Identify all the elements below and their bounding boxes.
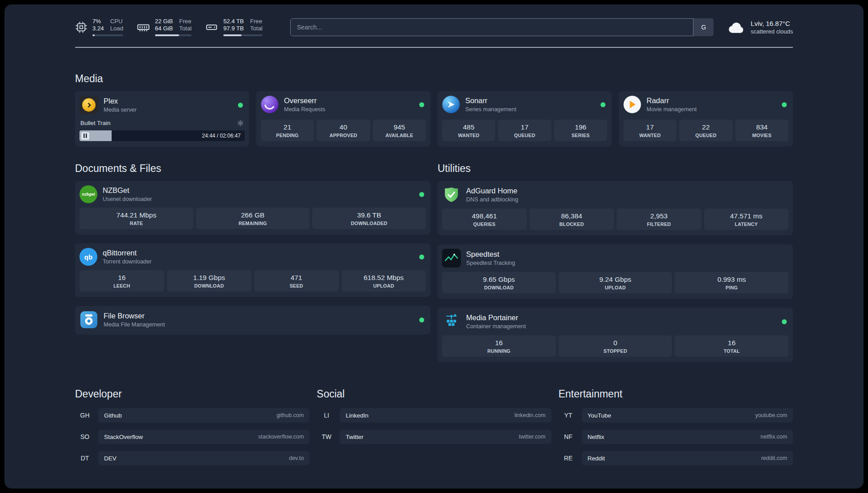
bookmark-abbr: LI (317, 412, 336, 419)
stat-label: PENDING (263, 133, 312, 138)
stat-label: PING (676, 285, 787, 290)
stat-available: 945 AVAILABLE (373, 120, 426, 141)
stat-value: 744.21 Mbps (81, 211, 192, 219)
search-provider-button[interactable]: G (693, 18, 714, 36)
bookmark-dev[interactable]: DT DEV dev.to (75, 451, 309, 465)
stat-value: 16 (444, 339, 554, 347)
bookmark-linkedin[interactable]: LI LinkedIn linkedin.com (317, 408, 551, 422)
search-input[interactable] (290, 18, 714, 36)
stat-seed: 471 SEED (254, 270, 339, 292)
bookmark-abbr: SO (75, 433, 95, 440)
service-subtitle: Container management (466, 323, 526, 330)
stat-label: BLOCKED (531, 221, 613, 227)
memory-progress-bar (155, 34, 192, 36)
service-card-portainer[interactable]: Media Portainer Container management 16 … (438, 308, 793, 362)
bookmark-github[interactable]: GH Github github.com (75, 408, 309, 422)
status-dot (419, 318, 424, 322)
speedtest-icon (442, 249, 461, 267)
stat-stopped: 0 STOPPED (559, 335, 672, 357)
bookmark-abbr: NF (559, 433, 578, 440)
stat-value: 0.993 ms (676, 276, 787, 284)
bookmark-url: reddit.com (761, 455, 787, 461)
service-card-plex[interactable]: Plex Media server Bullet Train (75, 91, 249, 146)
section-media: Media Plex Media server (75, 73, 793, 146)
stat-value: 834 (737, 123, 787, 131)
bookmark-twitter[interactable]: TW Twitter twitter.com (317, 430, 551, 444)
service-title: Overseerr (284, 96, 325, 105)
stat-value: 9.24 Gbps (560, 276, 671, 284)
bookmark-stackoverflow[interactable]: SO StackOverflow stackoverflow.com (75, 430, 309, 444)
status-dot (782, 319, 787, 324)
nzbget-icon: nzbget (79, 185, 97, 203)
lower-sections: Documents & Files nzbget NZBGet Usenet d… (75, 163, 793, 362)
service-card-overseerr[interactable]: Overseerr Media Requests 21 PENDING 40 A… (256, 91, 430, 146)
bookmark-url: youtube.com (755, 412, 787, 418)
service-subtitle: Usenet downloader (103, 196, 152, 202)
pause-icon[interactable] (81, 132, 89, 140)
bookmark-youtube[interactable]: YT YouTube youtube.com (559, 408, 793, 422)
stat-value: 47.571 ms (706, 212, 787, 220)
stat-label: FILTERED (618, 221, 700, 227)
stat-upload: 9.24 Gbps UPLOAD (559, 272, 672, 293)
stat-value: 471 (256, 274, 337, 282)
service-card-sonarr[interactable]: Sonarr Series management 485 WANTED 17 Q… (438, 91, 612, 146)
status-dot (238, 103, 243, 108)
stat-latency: 47.571 ms LATENCY (704, 209, 789, 230)
memory-free-value: 22 GiB (155, 18, 173, 25)
stat-value: 40 (318, 123, 368, 131)
stat-label: QUERIES (444, 221, 525, 227)
service-card-nzbget[interactable]: nzbget NZBGet Usenet downloader 744.21 M… (75, 181, 430, 234)
service-card-filebrowser[interactable]: File Browser Media File Management (75, 306, 430, 334)
service-title: Media Portainer (466, 313, 526, 322)
cpu-load-value: 3.24 (92, 25, 104, 32)
dashboard-panel: 7% CPU 3.24 Load 22 GiB Free 64 GiB Tota… (4, 4, 864, 489)
bookmark-name: Github (104, 412, 122, 419)
stat-approved: 40 APPROVED (317, 120, 370, 141)
sonarr-icon (442, 96, 460, 113)
stat-value: 0 (560, 339, 671, 347)
bookmark-group-entertainment: Entertainment YT YouTube youtube.com NF … (559, 388, 793, 472)
service-card-radarr[interactable]: Radarr Movie management 17 WANTED 22 QUE… (619, 91, 793, 146)
resource-widget-cpu: 7% CPU 3.24 Load (75, 18, 123, 36)
playback-progress-bar[interactable]: 24:44 / 02:06:47 (79, 130, 245, 141)
service-title: NZBGet (103, 186, 152, 195)
service-subtitle: Movie management (647, 106, 697, 113)
stat-label: UPLOAD (560, 285, 671, 290)
filebrowser-icon (79, 310, 98, 329)
service-card-qbittorrent[interactable]: qb qBittorrent Torrent downloader 16 LEE… (75, 243, 430, 297)
radarr-icon (623, 96, 641, 113)
stat-label: QUEUED (500, 133, 549, 138)
section-heading-developer: Developer (75, 388, 309, 400)
gear-icon[interactable] (237, 120, 244, 126)
section-utilities: Utilities AdGuard Home DNS and adblockin… (438, 163, 793, 362)
stat-value: 485 (444, 123, 493, 131)
service-card-speedtest[interactable]: Speedtest Speedtest Tracking 9.65 Gbps D… (438, 244, 793, 299)
stat-value: 1.19 Gbps (169, 274, 250, 282)
bookmarks-section: Developer GH Github github.com SO StackO… (75, 388, 793, 472)
disk-total-value: 97.9 TB (223, 25, 244, 32)
stat-value: 618.52 Mbps (343, 274, 425, 282)
service-title: Speedtest (466, 250, 515, 259)
bookmark-abbr: TW (317, 433, 336, 440)
bookmark-name: DEV (104, 455, 117, 462)
bookmark-netflix[interactable]: NF Netflix netflix.com (559, 430, 793, 444)
stat-ping: 0.993 ms PING (675, 272, 789, 293)
stat-label: WANTED (625, 133, 675, 138)
service-title: Plex (104, 97, 137, 105)
now-playing-title: Bullet Train (80, 120, 111, 126)
service-subtitle: DNS and adblocking (466, 196, 518, 203)
disk-total-label: Total (250, 25, 263, 32)
service-card-adguard[interactable]: AdGuard Home DNS and adblocking 498,461 … (438, 181, 793, 235)
service-title: qBittorrent (103, 249, 152, 257)
qbittorrent-icon: qb (79, 248, 97, 266)
stat-label: APPROVED (318, 133, 368, 138)
stat-label: SERIES (556, 133, 605, 138)
bookmark-url: stackoverflow.com (258, 434, 304, 440)
stat-value: 86,384 (531, 212, 613, 220)
stat-download: 1.19 Gbps DOWNLOAD (167, 270, 252, 292)
cloud-icon (728, 21, 745, 34)
section-heading-utilities: Utilities (438, 163, 793, 175)
bookmark-reddit[interactable]: RE Reddit reddit.com (559, 451, 793, 465)
stat-pending: 21 PENDING (261, 120, 314, 141)
stat-label: QUEUED (681, 133, 730, 138)
